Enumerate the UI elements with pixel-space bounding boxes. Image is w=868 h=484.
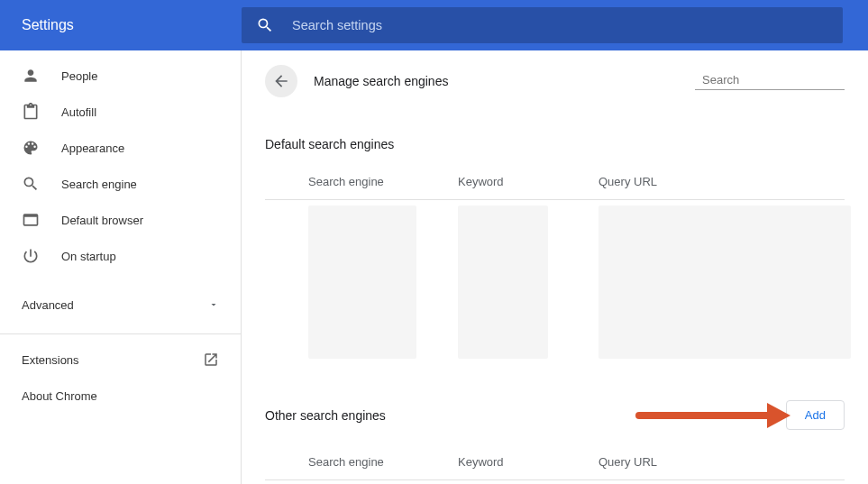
column-keyword: Keyword: [458, 175, 598, 188]
other-engines-title: Other search engines: [265, 408, 386, 423]
default-engines-title: Default search engines: [265, 137, 845, 151]
sidebar: People Autofill Appearance Search engine…: [0, 50, 242, 484]
default-engines-blurred-list: [308, 200, 845, 364]
sidebar-item-default-browser[interactable]: Default browser: [0, 202, 241, 238]
default-table-header: Search engine Keyword Query URL: [265, 175, 845, 200]
person-icon: [22, 67, 40, 85]
column-search-engine: Search engine: [308, 455, 458, 469]
sidebar-link-about[interactable]: About Chrome: [0, 378, 241, 414]
sidebar-link-extensions[interactable]: Extensions: [0, 342, 241, 378]
global-search-bar[interactable]: [242, 7, 843, 43]
column-search-engine: Search engine: [308, 175, 458, 188]
link-label: Extensions: [22, 353, 79, 367]
sidebar-item-on-startup[interactable]: On startup: [0, 238, 241, 274]
sidebar-item-appearance[interactable]: Appearance: [0, 130, 241, 166]
search-icon: [256, 16, 274, 34]
arrow-back-icon: [272, 72, 290, 90]
column-query-url: Query URL: [598, 455, 845, 469]
back-button[interactable]: [265, 65, 297, 97]
power-icon: [22, 247, 40, 265]
sidebar-advanced-toggle[interactable]: Advanced: [0, 283, 241, 326]
other-engines-header-row: Other search engines Add: [265, 400, 845, 430]
sidebar-item-label: Search engine: [61, 178, 137, 191]
sidebar-item-search-engine[interactable]: Search engine: [0, 166, 241, 202]
annotation-arrow: [635, 412, 771, 419]
clipboard-icon: [22, 103, 40, 121]
app-title: Settings: [22, 17, 242, 33]
browser-icon: [22, 211, 40, 229]
app-header: Settings: [0, 0, 868, 50]
column-query-url: Query URL: [598, 175, 845, 188]
page-search-input[interactable]: [702, 73, 854, 87]
add-button[interactable]: Add: [786, 400, 845, 430]
other-table-header: Search engine Keyword Query URL: [265, 455, 845, 480]
sidebar-item-label: Default browser: [61, 214, 143, 227]
sidebar-item-label: People: [61, 69, 97, 83]
sidebar-item-autofill[interactable]: Autofill: [0, 94, 241, 130]
sidebar-item-label: On startup: [61, 250, 116, 263]
external-link-icon: [203, 352, 219, 368]
page-header: Manage search engines: [265, 65, 845, 97]
sidebar-divider: [0, 333, 241, 334]
column-keyword: Keyword: [458, 455, 598, 469]
palette-icon: [22, 139, 40, 157]
page-search[interactable]: [695, 73, 845, 90]
global-search-input[interactable]: [292, 18, 828, 32]
sidebar-item-people[interactable]: People: [0, 58, 241, 94]
sidebar-item-label: Autofill: [61, 105, 96, 119]
main-content: Manage search engines Default search eng…: [242, 50, 868, 484]
link-label: About Chrome: [22, 389, 97, 403]
sidebar-item-label: Appearance: [61, 142, 124, 155]
advanced-label: Advanced: [22, 298, 74, 312]
page-title: Manage search engines: [314, 74, 695, 88]
search-icon: [22, 175, 40, 193]
chevron-down-icon: [208, 299, 219, 310]
